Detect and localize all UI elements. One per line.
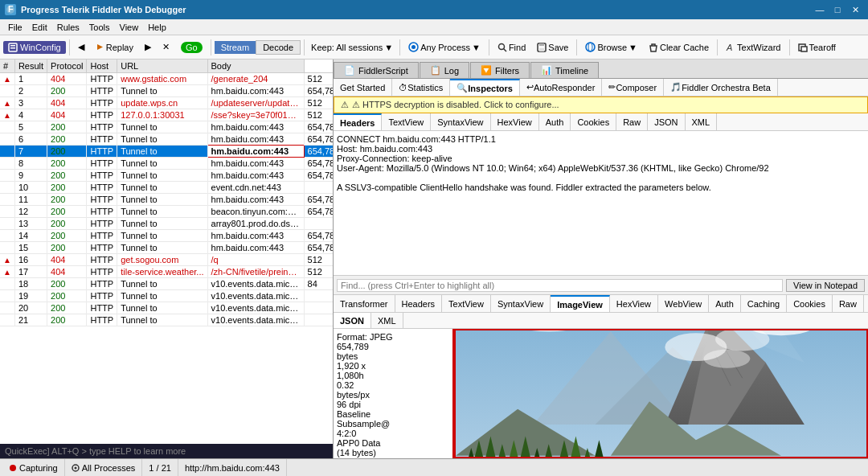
resp-tab-hexview[interactable]: HexView [610, 295, 658, 312]
save-button[interactable]: Save [532, 40, 573, 55]
close-button[interactable]: ✕ [847, 3, 863, 16]
resp-tab-imageview[interactable]: ImageView [551, 295, 610, 312]
menu-view[interactable]: View [115, 22, 144, 33]
tab-log[interactable]: 📋 Log [420, 62, 469, 78]
cell-alert [0, 314, 14, 326]
table-row[interactable]: 11 200 HTTP Tunnel to hm.baidu.com:443 6… [0, 194, 333, 206]
session-scroll[interactable]: # Result Protocol Host URL Body ▲ 1 404 … [0, 60, 333, 444]
find-input[interactable] [337, 279, 783, 292]
col-header-num[interactable]: # [0, 60, 14, 73]
table-row[interactable]: 5 200 HTTP Tunnel to hm.baidu.com:443 65… [0, 121, 333, 133]
tab-fiddler-script[interactable]: 📄 FiddlerScript [334, 62, 419, 78]
resp-tab-webview[interactable]: WebView [658, 295, 709, 312]
table-row[interactable]: 7 200 HTTP Tunnel to hm.baidu.com:443 65… [0, 146, 333, 158]
clear-cache-button[interactable]: Clear Cache [644, 40, 714, 55]
req-tab-textview[interactable]: TextView [382, 113, 431, 130]
decode-button[interactable]: Decode [256, 40, 301, 55]
textwizard-button[interactable]: A TextWizard [721, 40, 785, 55]
table-row[interactable]: ▲ 16 404 HTTP get.sogou.com /q 512 [0, 254, 333, 266]
all-processes-status[interactable]: All Processes [65, 459, 143, 476]
resp-tab-raw[interactable]: Raw [833, 295, 864, 312]
tab-filters[interactable]: 🔽 Filters [470, 62, 530, 78]
https-warning[interactable]: ⚠ ⚠ HTTPS decryption is disabled. Click … [334, 96, 868, 113]
table-row[interactable]: ▲ 3 404 HTTP update.wps.cn /updateserver… [0, 97, 333, 109]
table-row[interactable]: 18 200 HTTP Tunnel to v10.events.data.mi… [0, 278, 333, 290]
req-tab-syntaxview[interactable]: SyntaxView [431, 113, 490, 130]
table-row[interactable]: 8 200 HTTP Tunnel to hm.baidu.com:443 65… [0, 158, 333, 170]
resp-tab-headers[interactable]: Headers [395, 295, 443, 312]
table-row[interactable]: 9 200 HTTP Tunnel to hm.baidu.com:443 65… [0, 170, 333, 182]
resp-tab-caching[interactable]: Caching [741, 295, 787, 312]
replay-button[interactable]: Replay [91, 40, 138, 55]
tab-composer[interactable]: ✏ Composer [602, 79, 664, 96]
cell-host: Tunnel to [117, 290, 207, 302]
col-header-result[interactable]: Result [14, 60, 47, 73]
table-row[interactable]: 21 200 HTTP Tunnel to v10.events.data.mi… [0, 314, 333, 326]
resp-tab-cookies[interactable]: Cookies [787, 295, 833, 312]
maximize-button[interactable]: □ [829, 3, 845, 16]
menu-tools[interactable]: Tools [84, 22, 115, 33]
cell-protocol: HTTP [87, 182, 117, 194]
req-tab-cookies[interactable]: Cookies [571, 113, 616, 130]
table-row[interactable]: 20 200 HTTP Tunnel to v10.events.data.mi… [0, 302, 333, 314]
resp-sub-xml[interactable]: XML [371, 313, 403, 328]
find-button[interactable]: Find [493, 40, 530, 55]
table-row[interactable]: 13 200 HTTP Tunnel to array801.prod.do.d… [0, 218, 333, 230]
tab-timeline[interactable]: 📊 Timeline [530, 62, 599, 78]
tab-inspectors[interactable]: 🔍 Inspectors [450, 79, 520, 96]
req-tab-json[interactable]: JSON [648, 113, 685, 130]
resp-tab-textview[interactable]: TextView [442, 295, 491, 312]
table-row[interactable]: ▲ 17 404 HTTP tile-service.weather... /z… [0, 266, 333, 278]
req-tab-headers[interactable]: Headers [334, 113, 382, 130]
tab-statistics[interactable]: ⏱ Statistics [392, 79, 450, 96]
keep-dropdown[interactable]: Keep: All sessions ▼ [308, 41, 396, 54]
menu-help[interactable]: Help [143, 22, 171, 33]
resp-tab-auth[interactable]: Auth [709, 295, 741, 312]
col-header-body[interactable]: Body [207, 60, 304, 73]
browse-button[interactable]: Browse ▼ [580, 39, 642, 55]
forward-button[interactable]: ▶ [140, 39, 156, 55]
metadata-line: 1,080h [337, 371, 449, 380]
minimize-button[interactable]: — [812, 3, 828, 16]
req-tab-xml[interactable]: XML [686, 113, 718, 130]
table-row[interactable]: 2 200 HTTP Tunnel to hm.baidu.com:443 65… [0, 85, 333, 97]
table-row[interactable]: ▲ 1 404 HTTP www.gstatic.com /generate_2… [0, 73, 333, 85]
any-process-button[interactable]: Any Process ▼ [403, 39, 485, 55]
cell-url: /updateserver/update?v=... [207, 97, 304, 109]
menu-rules[interactable]: Rules [52, 22, 84, 33]
resp-tab-syntaxview[interactable]: SyntaxView [491, 295, 551, 312]
col-header-host[interactable]: Host [87, 60, 117, 73]
resp-tab-transformer[interactable]: Transformer [334, 295, 395, 312]
table-row[interactable]: 12 200 HTTP Tunnel to beacon.tinyun.com:… [0, 206, 333, 218]
tab-orchestra[interactable]: 🎵 Fiddler Orchestra Beta [664, 79, 778, 96]
req-tab-hexview[interactable]: HexView [491, 113, 539, 130]
remove-button[interactable]: ✕ [158, 39, 174, 55]
req-tab-auth[interactable]: Auth [539, 113, 571, 130]
menu-file[interactable]: File [3, 22, 27, 33]
go-button[interactable]: Go [176, 39, 207, 55]
table-row[interactable]: 10 200 HTTP Tunnel to event.cdn.net:443 [0, 182, 333, 194]
col-header-protocol[interactable]: Protocol [47, 60, 87, 73]
back-button[interactable]: ◀ [73, 39, 89, 55]
table-row[interactable]: 14 200 HTTP Tunnel to hm.baidu.com:443 6… [0, 230, 333, 242]
table-row[interactable]: 15 200 HTTP Tunnel to hm.baidu.com:443 6… [0, 242, 333, 254]
col-header-url[interactable]: URL [117, 60, 207, 73]
view-in-notepad-button[interactable]: View in Notepad [786, 279, 865, 292]
table-row[interactable]: ▲ 4 404 HTTP 127.0.0.1:30031 /sse?skey=3… [0, 109, 333, 121]
stream-button[interactable]: Stream [215, 41, 256, 54]
tab-autoresponder[interactable]: ↩ AutoResponder [520, 79, 602, 96]
log-icon: 📋 [430, 65, 441, 76]
cell-alert [0, 218, 14, 230]
table-row[interactable]: 6 200 HTTP Tunnel to hm.baidu.com:443 65… [0, 133, 333, 146]
tab-get-started[interactable]: Get Started [334, 79, 392, 96]
title-bar: F Progress Telerik Fiddler Web Debugger … [0, 0, 868, 19]
tearoff-button[interactable]: Tearoff [793, 40, 841, 55]
cell-url: event.cdn.net:443 [207, 182, 304, 194]
winconfig-button[interactable]: WinConfig [3, 41, 66, 54]
table-row[interactable]: 19 200 HTTP Tunnel to v10.events.data.mi… [0, 290, 333, 302]
menu-edit[interactable]: Edit [27, 22, 52, 33]
metadata-line: 4:2:0 [337, 429, 449, 438]
req-tab-raw[interactable]: Raw [616, 113, 648, 130]
cell-url: array801.prod.do.dsp.mp... [207, 218, 304, 230]
resp-sub-json[interactable]: JSON [334, 313, 371, 328]
